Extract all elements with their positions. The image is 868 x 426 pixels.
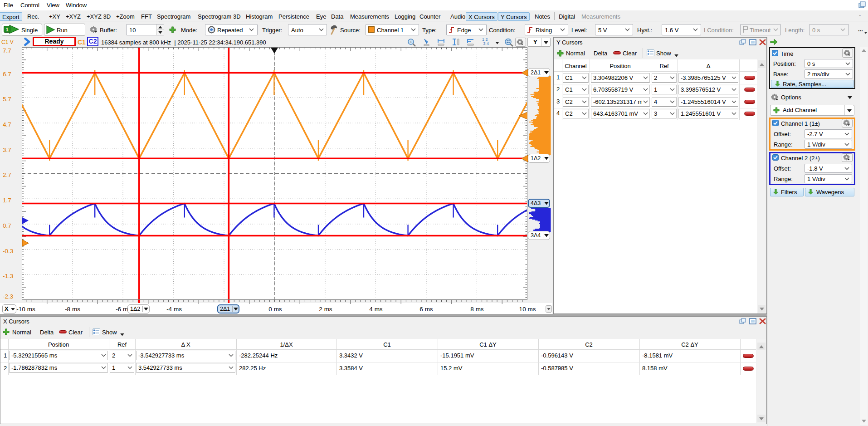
svg-text:1: 1: [410, 40, 412, 44]
svg-text:1: 1: [5, 27, 8, 32]
